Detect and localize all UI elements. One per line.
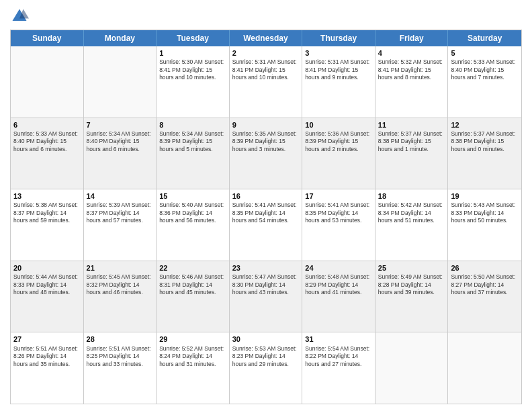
day-number: 19 [451,191,519,201]
calendar: SundayMondayTuesdayWednesdayThursdayFrid… [10,30,522,404]
calendar-cell: 9Sunrise: 5:35 AM Sunset: 8:39 PM Daylig… [230,118,303,189]
day-info: Sunrise: 5:50 AM Sunset: 8:27 PM Dayligh… [451,273,519,296]
calendar-cell: 10Sunrise: 5:36 AM Sunset: 8:39 PM Dayli… [302,118,375,189]
day-info: Sunrise: 5:44 AM Sunset: 8:33 PM Dayligh… [13,273,81,296]
calendar-row-1: 1Sunrise: 5:30 AM Sunset: 8:41 PM Daylig… [11,46,521,118]
day-number: 30 [232,334,300,344]
day-info: Sunrise: 5:42 AM Sunset: 8:34 PM Dayligh… [378,201,445,224]
calendar-cell: 6Sunrise: 5:33 AM Sunset: 8:40 PM Daylig… [11,118,84,189]
day-number: 12 [451,120,519,130]
day-number: 1 [159,48,226,58]
day-info: Sunrise: 5:31 AM Sunset: 8:41 PM Dayligh… [232,58,300,81]
weekday-header-monday: Monday [84,30,157,46]
calendar-cell: 2Sunrise: 5:31 AM Sunset: 8:41 PM Daylig… [230,46,303,118]
day-number: 20 [13,263,81,273]
weekday-header-saturday: Saturday [448,30,521,46]
day-info: Sunrise: 5:37 AM Sunset: 8:38 PM Dayligh… [451,130,519,153]
day-number: 6 [13,120,81,130]
day-info: Sunrise: 5:35 AM Sunset: 8:39 PM Dayligh… [232,130,300,153]
day-info: Sunrise: 5:32 AM Sunset: 8:41 PM Dayligh… [378,58,445,81]
day-number: 11 [378,120,445,130]
day-number: 5 [451,48,519,58]
calendar-cell: 30Sunrise: 5:53 AM Sunset: 8:23 PM Dayli… [230,332,303,404]
day-number: 15 [159,191,226,201]
calendar-cell: 13Sunrise: 5:38 AM Sunset: 8:37 PM Dayli… [11,189,84,261]
calendar-cell: 31Sunrise: 5:54 AM Sunset: 8:22 PM Dayli… [302,332,375,404]
day-number: 21 [87,263,154,273]
day-info: Sunrise: 5:33 AM Sunset: 8:40 PM Dayligh… [451,58,519,81]
day-number: 16 [232,191,300,201]
day-info: Sunrise: 5:43 AM Sunset: 8:33 PM Dayligh… [451,201,519,224]
day-info: Sunrise: 5:38 AM Sunset: 8:37 PM Dayligh… [13,201,81,224]
day-info: Sunrise: 5:51 AM Sunset: 8:26 PM Dayligh… [13,345,81,368]
calendar-row-5: 27Sunrise: 5:51 AM Sunset: 8:26 PM Dayli… [11,332,521,404]
calendar-body: 1Sunrise: 5:30 AM Sunset: 8:41 PM Daylig… [11,46,521,404]
calendar-cell: 25Sunrise: 5:49 AM Sunset: 8:28 PM Dayli… [375,261,449,332]
calendar-row-4: 20Sunrise: 5:44 AM Sunset: 8:33 PM Dayli… [11,261,521,332]
day-number: 28 [87,334,154,344]
calendar-cell: 19Sunrise: 5:43 AM Sunset: 8:33 PM Dayli… [448,189,521,261]
day-number: 17 [305,191,372,201]
day-info: Sunrise: 5:46 AM Sunset: 8:31 PM Dayligh… [159,273,226,296]
day-info: Sunrise: 5:51 AM Sunset: 8:25 PM Dayligh… [87,345,154,368]
calendar-row-2: 6Sunrise: 5:33 AM Sunset: 8:40 PM Daylig… [11,118,521,189]
day-info: Sunrise: 5:54 AM Sunset: 8:22 PM Dayligh… [305,345,372,368]
logo [10,7,32,26]
calendar-cell: 16Sunrise: 5:41 AM Sunset: 8:35 PM Dayli… [230,189,303,261]
header [10,7,522,26]
weekday-header-friday: Friday [375,30,449,46]
day-number: 2 [232,48,300,58]
day-info: Sunrise: 5:40 AM Sunset: 8:36 PM Dayligh… [159,201,226,224]
calendar-cell: 15Sunrise: 5:40 AM Sunset: 8:36 PM Dayli… [157,189,230,261]
calendar-cell: 23Sunrise: 5:47 AM Sunset: 8:30 PM Dayli… [230,261,303,332]
calendar-cell: 4Sunrise: 5:32 AM Sunset: 8:41 PM Daylig… [375,46,449,118]
calendar-cell [375,332,449,404]
calendar-cell: 20Sunrise: 5:44 AM Sunset: 8:33 PM Dayli… [11,261,84,332]
day-info: Sunrise: 5:41 AM Sunset: 8:35 PM Dayligh… [305,201,372,224]
day-number: 18 [378,191,445,201]
day-number: 14 [87,191,154,201]
day-number: 22 [159,263,226,273]
day-number: 4 [378,48,445,58]
calendar-cell: 24Sunrise: 5:48 AM Sunset: 8:29 PM Dayli… [302,261,375,332]
calendar-cell: 18Sunrise: 5:42 AM Sunset: 8:34 PM Dayli… [375,189,449,261]
logo-icon [10,7,29,26]
day-number: 3 [305,48,372,58]
calendar-cell: 17Sunrise: 5:41 AM Sunset: 8:35 PM Dayli… [302,189,375,261]
weekday-header-tuesday: Tuesday [157,30,230,46]
calendar-cell: 8Sunrise: 5:34 AM Sunset: 8:39 PM Daylig… [157,118,230,189]
calendar-cell [84,46,157,118]
day-info: Sunrise: 5:36 AM Sunset: 8:39 PM Dayligh… [305,130,372,153]
calendar-cell [11,46,84,118]
calendar-header: SundayMondayTuesdayWednesdayThursdayFrid… [11,30,521,46]
calendar-cell: 29Sunrise: 5:52 AM Sunset: 8:24 PM Dayli… [157,332,230,404]
day-info: Sunrise: 5:34 AM Sunset: 8:40 PM Dayligh… [87,130,154,153]
day-number: 23 [232,263,300,273]
day-number: 9 [232,120,300,130]
calendar-cell: 26Sunrise: 5:50 AM Sunset: 8:27 PM Dayli… [448,261,521,332]
day-info: Sunrise: 5:30 AM Sunset: 8:41 PM Dayligh… [159,58,226,81]
day-info: Sunrise: 5:39 AM Sunset: 8:37 PM Dayligh… [87,201,154,224]
weekday-header-sunday: Sunday [11,30,84,46]
day-number: 24 [305,263,372,273]
day-number: 26 [451,263,519,273]
day-info: Sunrise: 5:53 AM Sunset: 8:23 PM Dayligh… [232,345,300,368]
day-number: 27 [13,334,81,344]
weekday-header-thursday: Thursday [302,30,375,46]
day-number: 10 [305,120,372,130]
calendar-cell: 11Sunrise: 5:37 AM Sunset: 8:38 PM Dayli… [375,118,449,189]
calendar-cell [448,332,521,404]
day-info: Sunrise: 5:33 AM Sunset: 8:40 PM Dayligh… [13,130,81,153]
day-number: 29 [159,334,226,344]
day-number: 25 [378,263,445,273]
day-info: Sunrise: 5:41 AM Sunset: 8:35 PM Dayligh… [232,201,300,224]
day-info: Sunrise: 5:45 AM Sunset: 8:32 PM Dayligh… [87,273,154,296]
calendar-cell: 22Sunrise: 5:46 AM Sunset: 8:31 PM Dayli… [157,261,230,332]
day-info: Sunrise: 5:49 AM Sunset: 8:28 PM Dayligh… [378,273,445,296]
page: SundayMondayTuesdayWednesdayThursdayFrid… [0,0,532,411]
calendar-cell: 3Sunrise: 5:31 AM Sunset: 8:41 PM Daylig… [302,46,375,118]
day-info: Sunrise: 5:52 AM Sunset: 8:24 PM Dayligh… [159,345,226,368]
day-number: 7 [87,120,154,130]
day-info: Sunrise: 5:47 AM Sunset: 8:30 PM Dayligh… [232,273,300,296]
day-info: Sunrise: 5:34 AM Sunset: 8:39 PM Dayligh… [159,130,226,153]
